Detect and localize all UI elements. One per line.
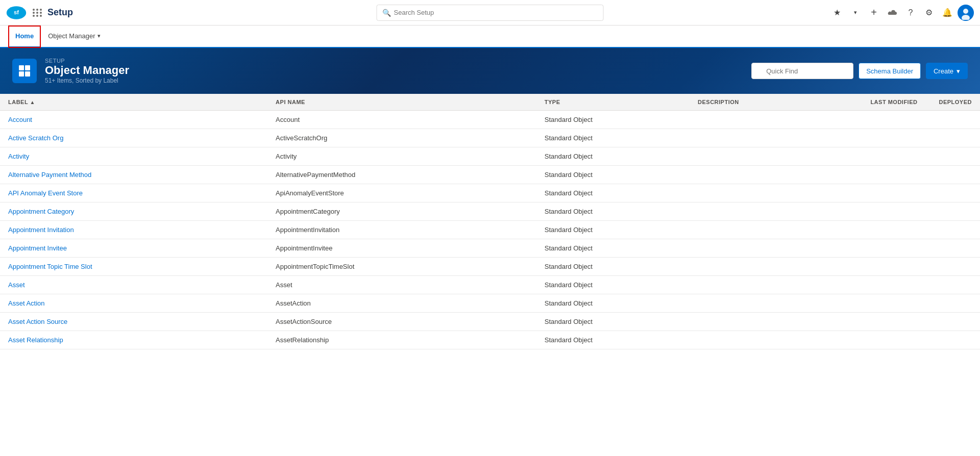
- object-label-link[interactable]: API Anomaly Event Store: [8, 189, 83, 197]
- cell-label: Asset Relationship: [0, 331, 267, 349]
- object-label-link[interactable]: Asset: [8, 281, 25, 289]
- cell-type: Standard Object: [536, 294, 690, 313]
- cell-description: [690, 239, 862, 258]
- cell-label: Appointment Invitation: [0, 221, 267, 239]
- cell-type: Standard Object: [536, 258, 690, 276]
- objects-table: LABEL API NAME TYPE DESCRIPTION LAST MOD…: [0, 94, 980, 349]
- app-launcher-icon[interactable]: [33, 9, 42, 17]
- cell-deployed: [930, 331, 980, 349]
- object-label-link[interactable]: Asset Relationship: [8, 336, 63, 344]
- cell-label: Asset Action Source: [0, 313, 267, 331]
- cell-type: Standard Object: [536, 276, 690, 294]
- schema-builder-button[interactable]: Schema Builder: [859, 63, 921, 79]
- settings-icon[interactable]: ⚙: [921, 5, 937, 21]
- cell-description: [690, 276, 862, 294]
- cell-label: Appointment Invitee: [0, 239, 267, 258]
- items-count-label: 51+ Items, Sorted by Label: [45, 77, 129, 84]
- cell-api-name: AppointmentInvitation: [267, 221, 536, 239]
- table-row: Asset Action Source AssetActionSource St…: [0, 313, 980, 331]
- svg-rect-7: [19, 71, 24, 77]
- object-label-link[interactable]: Appointment Invitee: [8, 244, 67, 252]
- svg-rect-5: [19, 65, 24, 70]
- cell-api-name: ActiveScratchOrg: [267, 129, 536, 147]
- object-label-link[interactable]: Asset Action Source: [8, 318, 67, 325]
- cell-type: Standard Object: [536, 129, 690, 147]
- object-label-link[interactable]: Alternative Payment Method: [8, 171, 91, 179]
- cell-deployed: [930, 129, 980, 147]
- cell-last-modified: [862, 239, 930, 258]
- tab-object-manager[interactable]: Object Manager ▾: [41, 26, 108, 48]
- cell-api-name: AppointmentTopicTimeSlot: [267, 258, 536, 276]
- cell-api-name: ApiAnomalyEventStore: [267, 184, 536, 202]
- add-icon[interactable]: +: [866, 5, 882, 21]
- col-header-api-name[interactable]: API NAME: [267, 94, 536, 111]
- cell-deployed: [930, 184, 980, 202]
- table-row: Account Account Standard Object: [0, 111, 980, 129]
- user-avatar[interactable]: [958, 5, 974, 21]
- cell-description: [690, 129, 862, 147]
- object-manager-icon-box: [12, 59, 37, 83]
- object-label-link[interactable]: Account: [8, 116, 32, 123]
- cell-last-modified: [862, 111, 930, 129]
- object-label-link[interactable]: Activity: [8, 153, 29, 160]
- cell-last-modified: [862, 313, 930, 331]
- favorites-dropdown-icon[interactable]: ▾: [847, 5, 864, 21]
- cell-description: [690, 147, 862, 166]
- table-row: Appointment Invitee AppointmentInvitee S…: [0, 239, 980, 258]
- cell-description: [690, 202, 862, 221]
- cell-description: [690, 331, 862, 349]
- cell-label: Activity: [0, 147, 267, 166]
- tab-home[interactable]: Home: [8, 26, 41, 48]
- table-body: Account Account Standard Object Active S…: [0, 111, 980, 349]
- cell-label: Asset Action: [0, 294, 267, 313]
- table-row: Asset Relationship AssetRelationship Sta…: [0, 331, 980, 349]
- cell-last-modified: [862, 166, 930, 184]
- header-titles: SETUP Object Manager 51+ Items, Sorted b…: [45, 58, 129, 84]
- table-row: Appointment Invitation AppointmentInvita…: [0, 221, 980, 239]
- header-left: SETUP Object Manager 51+ Items, Sorted b…: [12, 58, 129, 84]
- table-row: Activity Activity Standard Object: [0, 147, 980, 166]
- cell-last-modified: [862, 258, 930, 276]
- cloud-icon[interactable]: [884, 5, 900, 21]
- cell-type: Standard Object: [536, 147, 690, 166]
- cell-deployed: [930, 111, 980, 129]
- notifications-icon[interactable]: 🔔: [939, 5, 955, 21]
- help-icon[interactable]: ?: [902, 5, 919, 21]
- col-header-last-modified[interactable]: LAST MODIFIED: [862, 94, 930, 111]
- salesforce-logo[interactable]: sf: [6, 6, 27, 20]
- col-header-type[interactable]: TYPE: [536, 94, 690, 111]
- svg-point-3: [963, 9, 968, 14]
- cell-last-modified: [862, 147, 930, 166]
- cell-deployed: [930, 294, 980, 313]
- search-input[interactable]: [394, 9, 598, 16]
- table-header-row: LABEL API NAME TYPE DESCRIPTION LAST MOD…: [0, 94, 980, 111]
- cell-description: [690, 294, 862, 313]
- cell-api-name: Activity: [267, 147, 536, 166]
- quick-find-input[interactable]: [751, 63, 853, 79]
- col-header-description[interactable]: DESCRIPTION: [690, 94, 862, 111]
- col-header-deployed[interactable]: DEPLOYED: [930, 94, 980, 111]
- cell-deployed: [930, 221, 980, 239]
- object-label-link[interactable]: Active Scratch Org: [8, 134, 63, 142]
- svg-rect-6: [25, 65, 30, 70]
- cell-last-modified: [862, 276, 930, 294]
- cell-deployed: [930, 276, 980, 294]
- cell-label: Appointment Topic Time Slot: [0, 258, 267, 276]
- top-navigation: sf Setup 🔍 ★ ▾ + ? ⚙ 🔔: [0, 0, 980, 26]
- table-row: API Anomaly Event Store ApiAnomalyEventS…: [0, 184, 980, 202]
- create-button[interactable]: Create ▾: [926, 63, 968, 79]
- col-header-label[interactable]: LABEL: [0, 94, 267, 111]
- page-title: Object Manager: [45, 64, 129, 77]
- favorites-icon[interactable]: ★: [829, 5, 845, 21]
- cell-api-name: AppointmentCategory: [267, 202, 536, 221]
- object-label-link[interactable]: Appointment Category: [8, 208, 74, 215]
- object-label-link[interactable]: Appointment Topic Time Slot: [8, 263, 92, 270]
- object-label-link[interactable]: Asset Action: [8, 299, 45, 307]
- cell-label: Account: [0, 111, 267, 129]
- cell-type: Standard Object: [536, 184, 690, 202]
- cell-description: [690, 111, 862, 129]
- object-label-link[interactable]: Appointment Invitation: [8, 226, 74, 234]
- cell-deployed: [930, 313, 980, 331]
- table-row: Asset Asset Standard Object: [0, 276, 980, 294]
- svg-rect-8: [25, 71, 30, 77]
